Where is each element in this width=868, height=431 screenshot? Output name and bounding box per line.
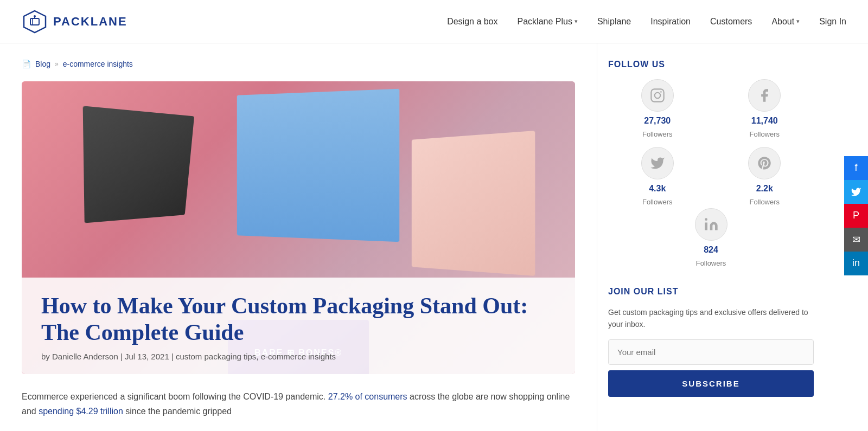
twitter-count: 4.3k — [649, 184, 666, 194]
nav-about[interactable]: About ▾ — [771, 17, 800, 27]
article-title: How to Make Your Custom Packaging Stand … — [41, 293, 556, 345]
join-list-title: JOIN OUR LIST — [608, 287, 814, 297]
breadcrumb-category-link[interactable]: e-commerce insights — [63, 60, 133, 68]
float-twitter-button[interactable] — [844, 180, 868, 204]
social-twitter[interactable]: 4.3k Followers — [608, 147, 707, 206]
svg-marker-0 — [24, 11, 46, 33]
article-body-end: since the pandemic gripped — [125, 407, 232, 416]
article-body: Ecommerce experienced a significant boom… — [22, 389, 575, 419]
nav-shiplane[interactable]: Shiplane — [597, 17, 631, 27]
linkedin-count: 824 — [704, 245, 718, 255]
email-field[interactable] — [608, 339, 814, 365]
float-pinterest-button[interactable]: P — [844, 204, 868, 228]
instagram-count: 27,730 — [644, 116, 671, 126]
nav-customers[interactable]: Customers — [710, 17, 752, 27]
facebook-count: 11,740 — [751, 116, 778, 126]
svg-point-9 — [705, 218, 707, 221]
nav-packlane-plus[interactable]: Packlane Plus ▾ — [518, 17, 578, 27]
facebook-label: Followers — [749, 130, 780, 138]
svg-point-7 — [660, 91, 662, 93]
article-meta: by Danielle Anderson | Jul 13, 2021 | cu… — [41, 352, 556, 361]
about-chevron-icon: ▾ — [796, 18, 800, 25]
twitter-icon — [641, 147, 674, 179]
svg-point-4 — [34, 15, 36, 17]
twitter-label: Followers — [642, 198, 673, 206]
linkedin-icon — [695, 208, 727, 241]
float-linkedin-button[interactable]: in — [844, 252, 868, 275]
packlane-plus-chevron-icon: ▾ — [575, 18, 578, 25]
social-pinterest[interactable]: 2.2k Followers — [716, 147, 814, 206]
floating-social-bar: f P ✉ in — [844, 156, 868, 275]
pinterest-count: 2.2k — [756, 184, 773, 194]
main-content: 📄 Blog » e-commerce insights BARE ⊞ BONE… — [0, 43, 597, 431]
nav-sign-in[interactable]: Sign In — [819, 17, 846, 27]
nav-inspiration[interactable]: Inspiration — [650, 17, 691, 27]
social-instagram[interactable]: 27,730 Followers — [608, 79, 707, 138]
logo-link[interactable]: PACKLANE — [22, 9, 127, 35]
article-link-consumers[interactable]: 27.2% of consumers — [328, 392, 407, 401]
social-facebook[interactable]: 11,740 Followers — [716, 79, 814, 138]
float-facebook-button[interactable]: f — [844, 156, 868, 180]
follow-us-title: FOLLOW US — [608, 60, 814, 69]
hero-image: BARE ⊞ BONES® How to Make Your Custom Pa… — [22, 81, 575, 374]
svg-point-6 — [655, 93, 661, 99]
facebook-icon — [748, 79, 781, 112]
nav-design-a-box[interactable]: Design a box — [447, 17, 497, 27]
main-nav: Design a box Packlane Plus ▾ Shiplane In… — [447, 17, 846, 27]
social-linkedin[interactable]: 824 Followers — [695, 208, 727, 267]
article-link-spending[interactable]: spending $4.29 trillion — [39, 407, 123, 416]
instagram-icon — [641, 79, 674, 112]
linkedin-label: Followers — [696, 259, 726, 267]
breadcrumb: 📄 Blog » e-commerce insights — [22, 60, 575, 68]
follow-us-section: FOLLOW US 27,730 Followers — [608, 60, 814, 267]
subscribe-button[interactable]: SUBSCRIBE — [608, 370, 814, 397]
pinterest-label: Followers — [749, 198, 780, 206]
page-icon: 📄 — [22, 60, 31, 68]
site-header: PACKLANE Design a box Packlane Plus ▾ Sh… — [0, 0, 868, 43]
float-email-button[interactable]: ✉ — [844, 228, 868, 252]
box-decoration-right — [412, 131, 535, 276]
sidebar: FOLLOW US 27,730 Followers — [597, 43, 835, 431]
svg-rect-5 — [651, 89, 663, 101]
logo-icon — [22, 9, 48, 35]
join-list-section: JOIN OUR LIST Get custom packaging tips … — [608, 287, 814, 397]
page-layout: 📄 Blog » e-commerce insights BARE ⊞ BONE… — [0, 43, 868, 431]
social-linkedin-wrapper: 824 Followers — [608, 208, 814, 267]
svg-rect-1 — [30, 18, 39, 25]
social-grid: 27,730 Followers 11,740 Followers — [608, 79, 814, 206]
breadcrumb-separator: » — [55, 60, 59, 68]
article-body-start: Ecommerce experienced a significant boom… — [22, 392, 326, 401]
pinterest-icon — [748, 147, 781, 179]
article-overlay: How to Make Your Custom Packaging Stand … — [22, 278, 575, 374]
box-decoration-left — [83, 106, 194, 223]
join-list-description: Get custom packaging tips and exclusive … — [608, 306, 814, 331]
logo-text: PACKLANE — [53, 15, 127, 29]
instagram-label: Followers — [642, 130, 673, 138]
breadcrumb-blog-link[interactable]: Blog — [35, 60, 50, 68]
box-decoration-center — [237, 89, 399, 242]
svg-rect-8 — [705, 223, 707, 230]
